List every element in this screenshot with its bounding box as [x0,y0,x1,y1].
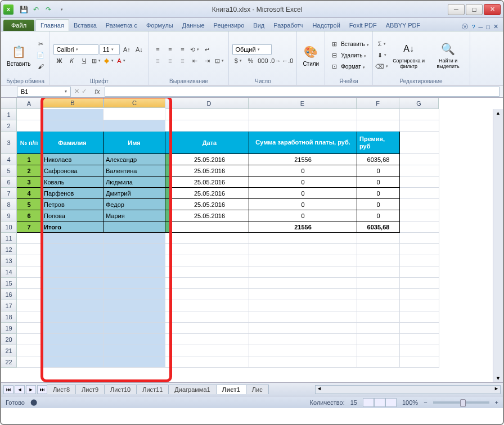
row-header[interactable]: 21 [1,345,17,356]
cell[interactable]: 0 [357,165,400,177]
cell[interactable] [357,233,400,244]
cell[interactable] [249,334,357,345]
header-cell[interactable]: Имя [104,132,165,154]
cell[interactable] [400,334,439,345]
cell[interactable] [42,356,104,368]
cell[interactable] [170,345,249,356]
cell[interactable] [400,165,439,177]
decrease-indent-button[interactable]: ⇤ [189,56,200,66]
cell[interactable]: Мария [104,210,165,221]
cell[interactable] [400,177,439,188]
select-all-corner[interactable] [1,98,17,109]
styles-button[interactable]: 🎨 Стили [300,43,321,68]
cell[interactable] [357,300,400,311]
view-pagebreak[interactable] [385,398,397,407]
cell[interactable] [42,120,104,132]
cell[interactable] [400,311,439,323]
row-header[interactable]: 3 [1,132,17,154]
fx-icon[interactable]: fx [90,88,105,96]
cell[interactable]: 25.05.2016 [170,165,249,177]
vertical-scrollbar[interactable] [493,109,503,382]
cell[interactable] [170,334,249,345]
sheet-tab[interactable]: Диаграмма1 [168,385,216,394]
cell[interactable] [104,300,165,311]
cell[interactable] [400,323,439,334]
cell[interactable]: Людмила [104,177,165,188]
decrease-decimal-button[interactable]: ←.0 [282,56,293,66]
cell[interactable] [165,323,170,334]
cell[interactable] [42,300,104,311]
col-header-e[interactable]: E [249,98,357,109]
border-button[interactable]: ⊞ [91,56,102,66]
delete-cells-button[interactable]: Удалить [341,52,366,58]
col-header-a[interactable]: A [17,98,42,109]
cell[interactable]: 21556 [249,221,357,233]
cell[interactable] [170,278,249,289]
cell[interactable]: 0 [357,188,400,199]
underline-button[interactable]: Ч [78,56,89,66]
font-name-select[interactable]: Calibri [53,44,98,55]
accept-formula-icon[interactable]: ✓ [82,88,87,95]
tab-review[interactable]: Рецензиро [209,20,249,31]
row-header[interactable]: 16 [1,289,17,300]
cell[interactable]: 4 [17,188,42,199]
cell[interactable] [165,244,170,255]
minimize-button[interactable]: ─ [448,4,465,15]
row-header[interactable]: 8 [1,199,17,210]
maximize-button[interactable]: □ [466,4,483,15]
cell[interactable] [165,109,170,120]
view-layout[interactable] [374,398,385,407]
cell[interactable] [17,266,42,278]
cell[interactable]: 7 [17,221,42,233]
cell[interactable] [17,323,42,334]
cell[interactable] [249,323,357,334]
tab-foxit[interactable]: Foxit PDF [345,20,381,31]
orientation-button[interactable]: ⟲ [189,44,200,55]
sheet-nav-last[interactable]: ⏭ [37,385,47,394]
cell[interactable]: 0 [249,210,357,221]
cell[interactable]: 0 [249,188,357,199]
cut-button[interactable]: ✂ [35,39,46,49]
cell[interactable] [357,255,400,266]
view-normal[interactable] [363,398,374,407]
wrap-text-button[interactable]: ↵ [201,44,213,55]
cell[interactable] [42,345,104,356]
sheet-tab[interactable]: Лист8 [47,385,76,394]
cell[interactable]: 6035,68 [357,154,400,165]
grow-font-button[interactable]: A↑ [121,44,132,55]
bold-button[interactable]: Ж [53,56,65,66]
header-cell[interactable]: Фамилия [42,132,104,154]
worksheet-grid[interactable]: A B C D E F G 123№ п/пФамилияИмяДатаСумм… [1,98,503,382]
number-format-select[interactable]: Общий [232,44,272,55]
cell[interactable]: 25.05.2016 [170,210,249,221]
sheet-nav-first[interactable]: ⏮ [3,385,14,394]
cell[interactable] [165,188,170,199]
excel-icon[interactable]: X [3,4,14,15]
cell[interactable] [165,233,170,244]
col-header-d[interactable]: D [170,98,249,109]
cell[interactable]: 0 [249,199,357,210]
cell[interactable] [42,109,104,120]
cell[interactable] [17,289,42,300]
cell[interactable] [165,199,170,210]
cell[interactable] [104,266,165,278]
undo-button[interactable]: ↶ [30,4,42,15]
header-cell[interactable]: № п/п [17,132,42,154]
align-left-button[interactable]: ≡ [152,56,163,66]
cell[interactable] [357,356,400,368]
cell[interactable] [249,233,357,244]
cell[interactable]: 6 [17,210,42,221]
macro-record-icon[interactable]: ⬤ [30,399,37,406]
header-cell[interactable]: Премия, руб [357,132,400,154]
cell[interactable] [249,311,357,323]
cell[interactable] [104,323,165,334]
cell[interactable]: 3 [17,177,42,188]
cell[interactable] [104,120,165,132]
tab-view[interactable]: Вид [249,20,269,31]
cell[interactable] [42,323,104,334]
zoom-slider[interactable] [433,401,489,404]
font-size-select[interactable]: 11 [100,44,120,55]
cell[interactable]: Александр [104,154,165,165]
sheet-nav-next[interactable]: ► [26,385,36,394]
cell[interactable] [42,311,104,323]
